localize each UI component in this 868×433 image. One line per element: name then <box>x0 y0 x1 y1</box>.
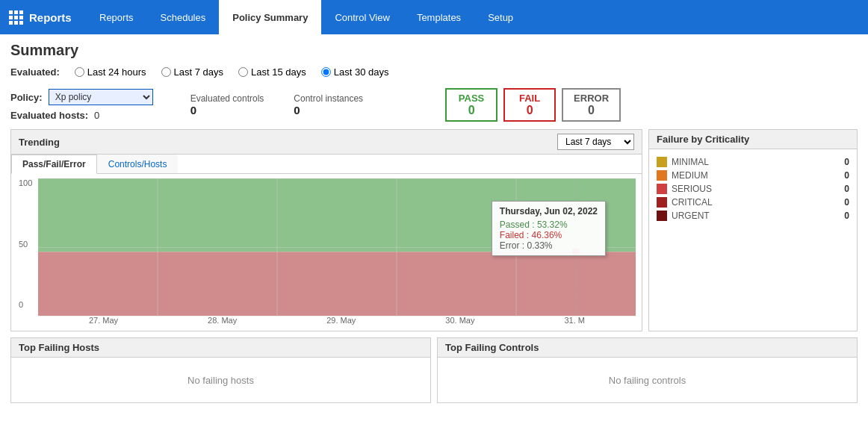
criticality-content: MINIMAL 0 MEDIUM 0 SERIOUS 0 CRITICAL 0 <box>649 149 857 231</box>
top-nav-bar: Reports Reports Schedules Policy Summary… <box>0 0 868 34</box>
criticality-color-serious <box>657 184 667 194</box>
policy-select[interactable]: Xp policy <box>49 89 153 105</box>
top-failing-controls-title: Top Failing Controls <box>445 342 539 353</box>
criticality-name-urgent: URGENT <box>672 211 840 221</box>
stat-control-instances: Control instances 0 <box>294 93 363 116</box>
x-label-27may: 27. May <box>89 316 118 325</box>
tooltip-passed-value: 53.32% <box>537 219 568 230</box>
badge-fail: FAIL 0 <box>503 88 556 122</box>
top-failing-hosts-empty: No failing hosts <box>187 375 254 386</box>
tab-policy-summary[interactable]: Policy Summary <box>219 0 321 34</box>
x-axis: 27. May 28. May 29. May 30. May 31. M <box>38 316 636 325</box>
top-failing-hosts-header: Top Failing Hosts <box>11 338 430 358</box>
nav-tabs: Reports Schedules Policy Summary Control… <box>86 0 527 34</box>
policy-label: Policy: <box>10 92 43 103</box>
trending-header: Trending Last 7 days Last 15 days Last 3… <box>11 130 642 155</box>
x-label-30may: 30. May <box>445 316 474 325</box>
stat-evaluated-controls-label: Evaluated controls <box>190 93 264 104</box>
policy-left: Policy: Xp policy Evaluated hosts: 0 <box>10 89 153 121</box>
radio-input-30d[interactable] <box>321 67 331 77</box>
stat-control-instances-label: Control instances <box>294 93 363 104</box>
tooltip-failed-label: Failed : <box>500 230 529 240</box>
tooltip-passed: Passed : 53.32% <box>500 219 598 230</box>
bottom-panels: Top Failing Hosts No failing hosts Top F… <box>10 337 858 403</box>
criticality-color-minimal <box>657 157 667 167</box>
top-failing-hosts-content: No failing hosts <box>11 358 430 402</box>
criticality-title: Failure by Criticality <box>657 134 749 145</box>
trending-title: Trending <box>19 137 60 148</box>
badge-fail-count: 0 <box>515 104 544 117</box>
tab-setup[interactable]: Setup <box>474 0 527 34</box>
tab-schedules[interactable]: Schedules <box>147 0 220 34</box>
tab-control-view[interactable]: Control View <box>321 0 403 34</box>
svg-rect-1 <box>38 252 636 316</box>
trending-section: Trending Last 7 days Last 15 days Last 3… <box>10 129 642 331</box>
tooltip-passed-label: Passed : <box>500 219 535 230</box>
badge-error-label: ERROR <box>574 93 609 104</box>
sub-tab-pass-fail-error[interactable]: Pass/Fail/Error <box>11 155 97 174</box>
badge-pass: PASS 0 <box>445 88 497 122</box>
radio-24h[interactable]: Last 24 hours <box>75 66 146 78</box>
top-failing-controls-empty: No failing controls <box>609 375 686 386</box>
policy-stats-row: Policy: Xp policy Evaluated hosts: 0 Eva… <box>10 88 858 122</box>
badge-fail-label: FAIL <box>515 93 544 104</box>
tooltip-error-value: 0.33% <box>527 240 553 251</box>
sub-tabs: Pass/Fail/Error Controls/Hosts <box>11 155 642 174</box>
status-badges: PASS 0 FAIL 0 ERROR 0 <box>445 88 621 122</box>
grid-icon <box>9 10 23 25</box>
radio-7d[interactable]: Last 7 days <box>161 66 224 78</box>
evaluated-label: Evaluated: <box>10 66 60 78</box>
page-title: Summary <box>10 42 858 59</box>
trending-period-select[interactable]: Last 7 days Last 15 days Last 30 days <box>557 134 634 150</box>
criticality-header: Failure by Criticality <box>649 130 857 149</box>
criticality-color-urgent <box>657 211 667 221</box>
brand-label: Reports <box>29 11 72 24</box>
radio-15d[interactable]: Last 15 days <box>238 66 306 78</box>
brand-logo[interactable]: Reports <box>0 0 86 34</box>
radio-label-7d: Last 7 days <box>174 66 224 78</box>
stat-evaluated-controls: Evaluated controls 0 <box>190 93 264 116</box>
criticality-count-critical: 0 <box>844 197 849 208</box>
radio-30d[interactable]: Last 30 days <box>321 66 389 78</box>
criticality-item-serious: SERIOUS 0 <box>657 184 849 194</box>
policy-select-wrapper: Xp policy <box>49 89 153 105</box>
evaluated-hosts-label: Evaluated hosts: <box>10 110 88 121</box>
x-label-31may: 31. M <box>564 316 585 325</box>
badge-pass-count: 0 <box>457 104 486 117</box>
criticality-section: Failure by Criticality MINIMAL 0 MEDIUM … <box>648 129 858 331</box>
criticality-item-urgent: URGENT 0 <box>657 211 849 221</box>
policy-field: Policy: Xp policy <box>10 89 153 105</box>
badge-pass-label: PASS <box>457 93 486 104</box>
criticality-name-medium: MEDIUM <box>672 170 840 181</box>
stat-control-instances-value: 0 <box>294 104 300 116</box>
criticality-name-serious: SERIOUS <box>672 184 840 194</box>
chart-inner: 100 50 0 <box>17 178 636 326</box>
criticality-count-medium: 0 <box>844 170 849 181</box>
sub-tab-controls-hosts[interactable]: Controls/Hosts <box>97 155 179 173</box>
x-label-28may: 28. May <box>208 316 237 325</box>
trending-dropdown[interactable]: Last 7 days Last 15 days Last 30 days <box>557 134 634 150</box>
radio-input-15d[interactable] <box>238 67 248 77</box>
tooltip-date: Thursday, Jun 02, 2022 <box>500 206 598 216</box>
tab-templates[interactable]: Templates <box>403 0 474 34</box>
policy-stats: Evaluated controls 0 Control instances 0 <box>190 93 363 116</box>
sections-row: Trending Last 7 days Last 15 days Last 3… <box>10 129 858 331</box>
criticality-color-critical <box>657 197 667 208</box>
top-failing-hosts-panel: Top Failing Hosts No failing hosts <box>10 337 431 403</box>
radio-label-30d: Last 30 days <box>334 66 389 78</box>
criticality-name-minimal: MINIMAL <box>672 157 840 167</box>
y-label-100: 100 <box>19 178 32 187</box>
tooltip-failed: Failed : 46.36% <box>500 230 598 240</box>
badge-error: ERROR 0 <box>562 88 621 122</box>
evaluated-hosts-field: Evaluated hosts: 0 <box>10 110 153 121</box>
chart-container: 100 50 0 <box>11 174 642 331</box>
criticality-item-minimal: MINIMAL 0 <box>657 157 849 167</box>
radio-input-24h[interactable] <box>75 67 84 77</box>
tab-reports[interactable]: Reports <box>86 0 147 34</box>
criticality-item-medium: MEDIUM 0 <box>657 170 849 181</box>
page-content: Summary Evaluated: Last 24 hours Last 7 … <box>0 34 868 411</box>
chart-tooltip: Thursday, Jun 02, 2022 Passed : 53.32% F… <box>492 201 606 256</box>
radio-input-7d[interactable] <box>161 67 171 77</box>
badge-error-count: 0 <box>574 104 609 117</box>
top-failing-hosts-title: Top Failing Hosts <box>19 342 99 353</box>
